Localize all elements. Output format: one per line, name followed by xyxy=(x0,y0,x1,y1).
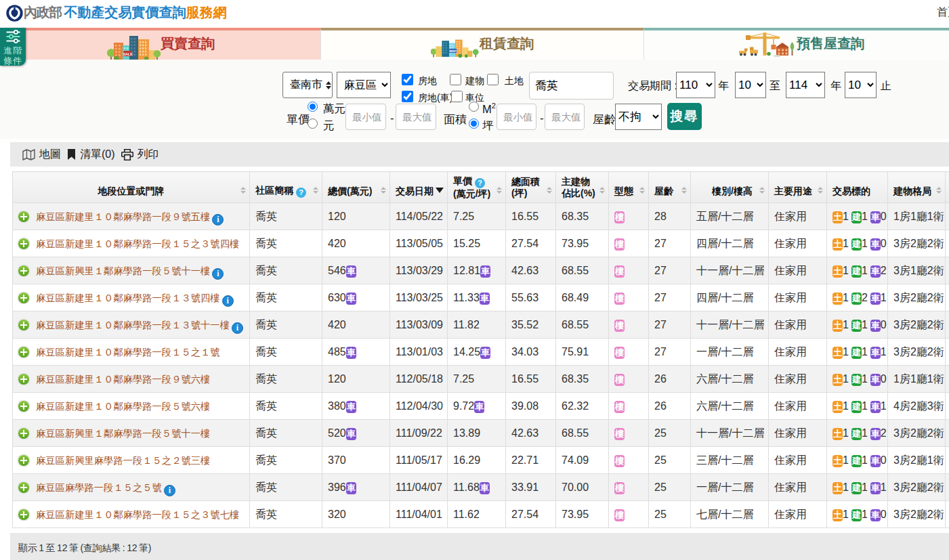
svg-text:RENT: RENT xyxy=(449,49,457,53)
svg-text:SALE: SALE xyxy=(123,52,133,56)
